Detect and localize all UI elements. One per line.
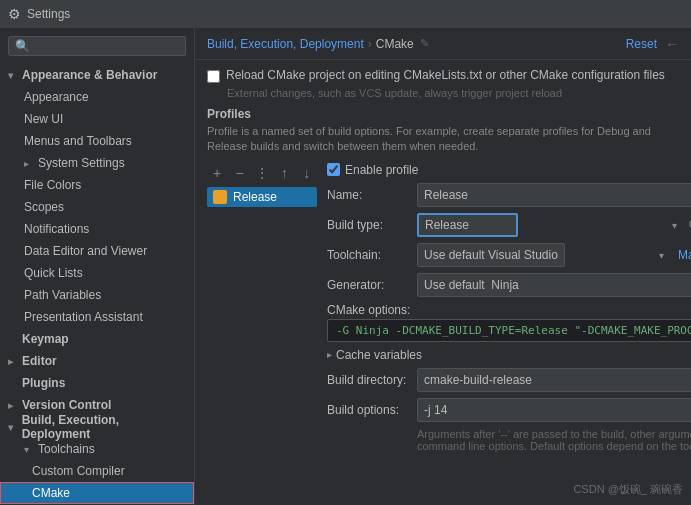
up-profile-button[interactable]: ↑ — [274, 163, 294, 183]
sidebar-item-file-colors[interactable]: File Colors — [0, 174, 194, 196]
cmake-options-header: CMake options: All CMake options — [327, 303, 691, 317]
sidebar-item-keymap[interactable]: Keymap — [0, 328, 194, 350]
settings-window: ⚙ Settings Appearance & Behavior Appeara… — [0, 0, 691, 505]
breadcrumb-current: CMake — [376, 37, 414, 51]
cache-variables-row[interactable]: ▸ Cache variables — [327, 348, 691, 362]
sidebar-item-quick-lists[interactable]: Quick Lists — [0, 262, 194, 284]
sidebar-item-appearance-behavior[interactable]: Appearance & Behavior — [0, 64, 194, 86]
build-type-select[interactable]: Release Debug RelWithDebInfo MinSizeRel — [417, 213, 518, 237]
name-input[interactable] — [417, 183, 691, 207]
breadcrumb: Build, Execution, Deployment › CMake ✎ — [207, 37, 626, 51]
sidebar-item-custom-compiler[interactable]: Custom Compiler — [0, 460, 194, 482]
back-button[interactable]: ← — [665, 36, 679, 52]
sidebar-item-scopes[interactable]: Scopes — [0, 196, 194, 218]
profile-item-release[interactable]: Release — [207, 187, 317, 207]
gear-icon: ⚙ — [8, 6, 21, 22]
profile-name: Release — [233, 190, 277, 204]
build-dir-input[interactable] — [417, 368, 691, 392]
window-title: Settings — [27, 7, 70, 21]
toolchain-select[interactable]: Use default Visual Studio — [417, 243, 565, 267]
sidebar-item-toolchains[interactable]: Toolchains — [0, 438, 194, 460]
toolchain-label: Toolchain: — [327, 248, 417, 262]
arrow-icon — [8, 400, 20, 411]
build-options-hint: Arguments after '--' are passed to the b… — [417, 428, 691, 452]
title-bar: ⚙ Settings — [0, 0, 691, 28]
build-options-input[interactable] — [417, 398, 691, 422]
reload-checkbox[interactable] — [207, 70, 220, 83]
reset-button[interactable]: Reset — [626, 37, 657, 51]
build-options-label: Build options: — [327, 403, 417, 417]
sidebar-item-presentation[interactable]: Presentation Assistant — [0, 306, 194, 328]
enable-profile-label: Enable profile — [345, 163, 418, 177]
sidebar: Appearance & Behavior Appearance New UI … — [0, 28, 195, 505]
sidebar-item-new-ui[interactable]: New UI — [0, 108, 194, 130]
arrow-icon — [8, 356, 20, 367]
manage-toolchains-link[interactable]: Manage toolchains... — [678, 248, 691, 262]
sidebar-item-data-editor[interactable]: Data Editor and Viewer — [0, 240, 194, 262]
breadcrumb-parent[interactable]: Build, Execution, Deployment — [207, 37, 364, 51]
arrow-icon — [24, 158, 36, 169]
profiles-area: + − ⋮ ↑ ↓ Release — [207, 163, 679, 456]
sidebar-item-menus-toolbars[interactable]: Menus and Toolbars — [0, 130, 194, 152]
sidebar-item-plugins[interactable]: Plugins — [0, 372, 194, 394]
arrow-icon — [8, 70, 20, 81]
sidebar-item-path-variables[interactable]: Path Variables — [0, 284, 194, 306]
profile-form: Enable profile Name: Sha Build type: — [327, 163, 691, 456]
profiles-title: Profiles — [207, 107, 679, 121]
sidebar-item-editor[interactable]: Editor — [0, 350, 194, 372]
enable-profile-row: Enable profile — [327, 163, 691, 177]
cache-arrow-icon: ▸ — [327, 349, 332, 360]
toolchain-wrapper: Use default Visual Studio — [417, 243, 670, 267]
build-type-row: Build type: Release Debug RelWithDebInfo… — [327, 213, 691, 237]
remove-profile-button[interactable]: − — [229, 163, 249, 183]
build-type-wrapper: Release Debug RelWithDebInfo MinSizeRel — [417, 213, 683, 237]
build-options-row: Build options: — [327, 398, 691, 422]
breadcrumb-separator: › — [368, 37, 372, 51]
panel-content: Reload CMake project on editing CMakeLis… — [195, 60, 691, 505]
cmake-options-value[interactable]: -G Ninja -DCMAKE_BUILD_TYPE=Release "-DC… — [327, 319, 691, 342]
sidebar-item-appearance[interactable]: Appearance — [0, 86, 194, 108]
profile-icon — [213, 190, 227, 204]
more-profile-button[interactable]: ⋮ — [252, 163, 272, 183]
profiles-left: + − ⋮ ↑ ↓ Release — [207, 163, 317, 207]
main-panel: Build, Execution, Deployment › CMake ✎ R… — [195, 28, 691, 505]
name-label: Name: — [327, 188, 417, 202]
generator-row: Generator: — [327, 273, 691, 297]
sidebar-item-notifications[interactable]: Notifications — [0, 218, 194, 240]
sidebar-item-build-execution[interactable]: Build, Execution, Deployment — [0, 416, 194, 438]
add-profile-button[interactable]: + — [207, 163, 227, 183]
toolchain-row: Toolchain: Use default Visual Studio Man… — [327, 243, 691, 267]
cmake-options-label: CMake options: — [327, 303, 410, 317]
sidebar-item-system-settings[interactable]: System Settings — [0, 152, 194, 174]
name-row: Name: Sha — [327, 183, 691, 207]
build-dir-label: Build directory: — [327, 373, 417, 387]
sidebar-item-cmake[interactable]: CMake — [0, 482, 194, 504]
search-box[interactable] — [0, 32, 194, 60]
generator-label: Generator: — [327, 278, 417, 292]
search-input[interactable] — [8, 36, 186, 56]
arrow-icon — [24, 444, 36, 455]
arrow-icon — [8, 422, 20, 433]
reload-subtext: External changes, such as VCS update, al… — [227, 87, 679, 99]
build-dir-row: Build directory: — [327, 368, 691, 392]
reload-label: Reload CMake project on editing CMakeLis… — [226, 68, 665, 82]
generator-input[interactable] — [417, 273, 691, 297]
cache-label: Cache variables — [336, 348, 422, 362]
profiles-description: Profile is a named set of build options.… — [207, 124, 679, 155]
profiles-toolbar: + − ⋮ ↑ ↓ — [207, 163, 317, 183]
enable-profile-checkbox[interactable] — [327, 163, 340, 176]
build-type-label: Build type: — [327, 218, 417, 232]
reload-checkbox-row: Reload CMake project on editing CMakeLis… — [207, 68, 679, 83]
edit-icon[interactable]: ✎ — [420, 37, 429, 50]
panel-header: Build, Execution, Deployment › CMake ✎ R… — [195, 28, 691, 60]
down-profile-button[interactable]: ↓ — [297, 163, 317, 183]
